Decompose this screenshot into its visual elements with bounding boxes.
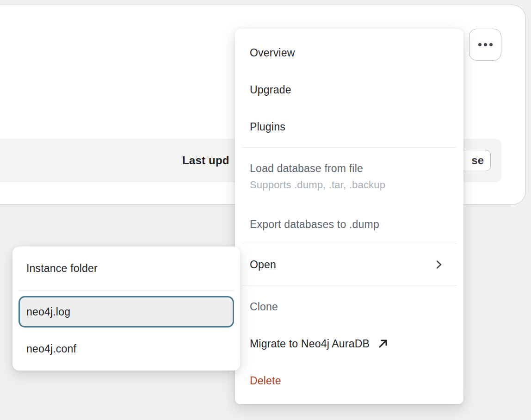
ellipsis-icon — [478, 43, 493, 46]
menu-item-open-label: Open — [250, 259, 276, 271]
submenu-divider — [19, 290, 234, 291]
external-link-arrow-icon — [377, 338, 389, 350]
menu-item-migrate-label: Migrate to Neo4j AuraDB — [250, 338, 370, 350]
menu-item-overview[interactable]: Overview — [235, 34, 463, 71]
menu-item-load-database-label: Load database from file — [250, 162, 363, 175]
menu-item-load-database[interactable]: Load database from file Supports .dump, … — [235, 148, 463, 206]
menu-item-open[interactable]: Open — [235, 244, 463, 285]
last-updated-label: Last upd — [182, 139, 229, 182]
instance-context-menu: Overview Upgrade Plugins Load database f… — [235, 29, 463, 404]
open-submenu: Instance folder neo4j.log neo4j.conf — [12, 247, 240, 371]
menu-item-export-databases[interactable]: Export databases to .dump — [235, 206, 463, 243]
menu-item-plugins[interactable]: Plugins — [235, 108, 463, 145]
submenu-item-neo4j-conf[interactable]: neo4j.conf — [12, 327, 240, 371]
menu-item-clone[interactable]: Clone — [235, 288, 463, 325]
menu-item-upgrade[interactable]: Upgrade — [235, 71, 463, 108]
more-options-button[interactable] — [469, 29, 501, 61]
menu-item-migrate[interactable]: Migrate to Neo4j AuraDB — [235, 325, 463, 362]
app-window: Last upd se Overview Upgrade Plugins Loa… — [0, 0, 531, 420]
submenu-item-instance-folder[interactable]: Instance folder — [12, 247, 240, 290]
menu-item-delete[interactable]: Delete — [235, 362, 463, 399]
menu-divider — [242, 285, 457, 285]
chevron-right-icon — [433, 259, 444, 270]
submenu-item-neo4j-log[interactable]: neo4j.log — [19, 296, 234, 327]
menu-item-load-database-hint: Supports .dump, .tar, .backup — [250, 179, 385, 191]
